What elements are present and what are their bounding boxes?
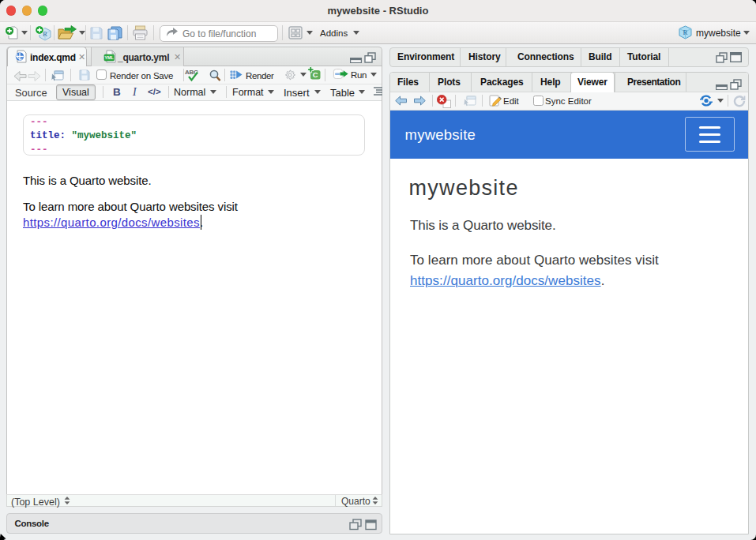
- svg-text:R: R: [683, 28, 687, 36]
- svg-text:C: C: [313, 70, 318, 79]
- svg-text:YML: YML: [105, 55, 115, 60]
